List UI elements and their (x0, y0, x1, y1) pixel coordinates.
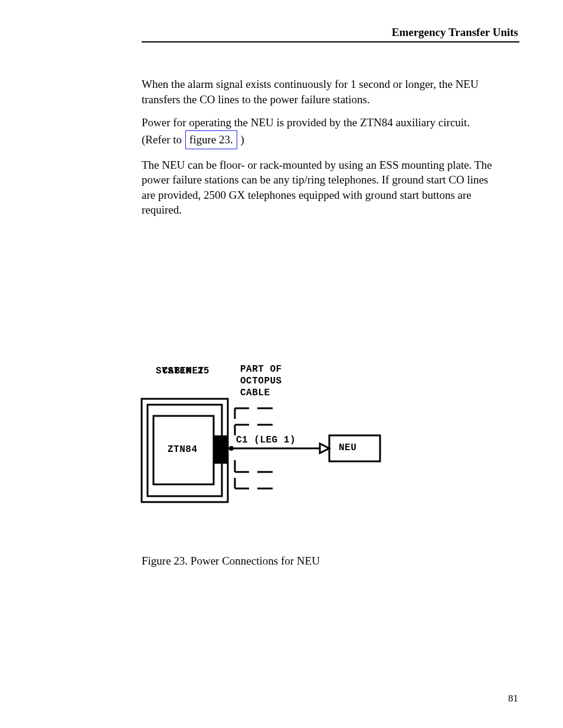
body-text: When the alarm signal exists continuousl… (142, 77, 498, 226)
svg-rect-3 (214, 435, 228, 464)
paragraph-2: Power for operating the NEU is provided … (142, 115, 498, 149)
header-rule (142, 41, 519, 42)
page: Emergency Transfer Units When the alarm … (0, 0, 563, 728)
diagram-svg (131, 366, 426, 537)
svg-marker-10 (320, 444, 329, 453)
figure-diagram: SYSTEM 25 CABINET PART OF OCTOPUS CABLE … (131, 366, 426, 537)
svg-rect-2 (153, 416, 214, 484)
page-number: 81 (508, 693, 518, 704)
page-header-title: Emergency Transfer Units (392, 26, 518, 39)
figure-reference-link[interactable]: figure 23. (185, 130, 237, 149)
paragraph-2b: ) (240, 133, 244, 146)
svg-rect-1 (148, 405, 222, 496)
paragraph-1: When the alarm signal exists continuousl… (142, 77, 498, 107)
figure-caption: Figure 23. Power Connections for NEU (142, 555, 498, 568)
svg-point-9 (229, 446, 234, 451)
svg-rect-19 (329, 435, 380, 461)
paragraph-3: The NEU can be floor- or rack-mounted by… (142, 158, 498, 218)
